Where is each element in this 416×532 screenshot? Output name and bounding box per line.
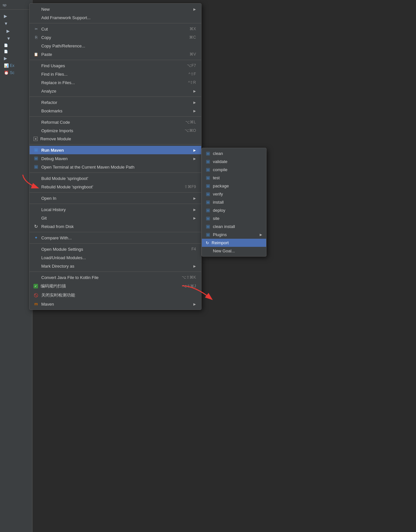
menu-item-replace-in-files[interactable]: Replace in Files... ^⇧R bbox=[30, 78, 201, 87]
menu-item-find-in-files[interactable]: Find in Files... ^⇧F bbox=[30, 70, 201, 78]
sidebar-item-3[interactable]: ▶ bbox=[1, 27, 31, 35]
menu-item-new[interactable]: New ▶ bbox=[30, 5, 201, 13]
menu-item-add-framework[interactable]: Add Framework Support... bbox=[30, 13, 201, 22]
sidebar-item-2[interactable]: ▼ bbox=[1, 20, 31, 27]
sidebar-item-1[interactable]: ▶ bbox=[1, 12, 31, 20]
menu-item-local-history-label: Local History bbox=[41, 207, 66, 212]
menu-item-open-module-settings[interactable]: Open Module Settings F4 bbox=[30, 245, 201, 253]
svg-text:M: M bbox=[207, 234, 209, 236]
menu-item-convert-java[interactable]: Convert Java File to Kotlin File ⌥⇧⌘K bbox=[30, 273, 201, 282]
svg-text:M: M bbox=[207, 209, 209, 212]
folder-icon4: ▼ bbox=[6, 36, 11, 41]
project-label: sp bbox=[3, 3, 6, 7]
separator-9 bbox=[30, 232, 201, 232]
refactor-icon bbox=[33, 100, 39, 105]
maven-test-icon: M bbox=[206, 176, 210, 180]
submenu-item-compile[interactable]: M compile bbox=[202, 166, 266, 174]
sidebar-item-4[interactable]: ▼ bbox=[1, 35, 31, 42]
submenu-item-clean[interactable]: M clean bbox=[202, 149, 266, 158]
menu-item-maven[interactable]: m Maven ▶ bbox=[30, 300, 201, 308]
submenu-item-clean-install[interactable]: M clean install bbox=[202, 222, 266, 231]
submenu-item-new-goal[interactable]: New Goal... bbox=[202, 247, 266, 255]
submenu-item-verify[interactable]: M verify bbox=[202, 190, 266, 198]
menu-item-open-terminal[interactable]: M Open Terminal at the Current Maven Mod… bbox=[30, 163, 201, 171]
menu-item-refactor[interactable]: Refactor ▶ bbox=[30, 98, 201, 107]
submenu-item-site[interactable]: M site bbox=[202, 214, 266, 222]
menu-item-compare-with[interactable]: ✦ Compare With... bbox=[30, 234, 201, 242]
menu-item-close-detection-label: 关闭实时检测功能 bbox=[41, 292, 75, 298]
menu-item-rebuild-module[interactable]: Rebuild Module 'springboot' ⇧⌘F9 bbox=[30, 183, 201, 191]
menu-item-debug-maven[interactable]: M Debug Maven ▶ bbox=[30, 154, 201, 163]
separator-6 bbox=[30, 172, 201, 173]
submenu-item-install[interactable]: M install bbox=[202, 198, 266, 206]
svg-text:M: M bbox=[207, 177, 209, 180]
folder-icon2: ▼ bbox=[4, 21, 8, 26]
menu-item-cut-label: Cut bbox=[41, 27, 48, 32]
local-history-icon bbox=[33, 207, 39, 212]
menu-item-code-scan[interactable]: ✓ 编码规约扫描 ⌥⇧⌘J bbox=[30, 282, 201, 291]
submenu-item-validate[interactable]: M validate bbox=[202, 158, 266, 166]
submenu-item-plugins[interactable]: M Plugins ▶ bbox=[202, 231, 266, 239]
menu-item-close-detection[interactable]: 🚫 关闭实时检测功能 bbox=[30, 291, 201, 300]
submenu-item-reimport[interactable]: ↻ Reimport bbox=[202, 239, 266, 247]
submenu-item-validate-label: validate bbox=[213, 159, 228, 164]
menu-item-optimize-imports[interactable]: Optimize Imports ⌥⌘O bbox=[30, 126, 201, 135]
menu-item-run-maven[interactable]: M Run Maven ▶ bbox=[30, 146, 201, 154]
maven-verify-icon: M bbox=[206, 192, 210, 196]
reimport-cycle-icon: ↻ bbox=[206, 241, 209, 245]
menu-item-open-terminal-label: Open Terminal at the Current Maven Modul… bbox=[41, 165, 135, 170]
menu-item-local-history[interactable]: Local History ▶ bbox=[30, 205, 201, 214]
maven-install-icon: M bbox=[206, 200, 210, 205]
sidebar-item-5[interactable]: ▶ bbox=[1, 55, 31, 62]
menu-item-mark-directory[interactable]: Mark Directory as ▶ bbox=[30, 262, 201, 270]
new-arrow: ▶ bbox=[193, 7, 196, 11]
replace-in-files-shortcut: ^⇧R bbox=[188, 80, 196, 85]
find-usages-icon bbox=[33, 63, 39, 68]
submenu-item-package[interactable]: M package bbox=[202, 182, 266, 190]
sidebar-xml-item[interactable]: 📄 bbox=[1, 42, 31, 48]
maven-validate-icon: M bbox=[206, 159, 210, 164]
convert-java-icon bbox=[33, 275, 39, 280]
menu-item-load-unload[interactable]: Load/Unload Modules... bbox=[30, 253, 201, 262]
optimize-icon bbox=[33, 128, 39, 133]
menu-item-reformat-code[interactable]: Reformat Code ⌥⌘L bbox=[30, 118, 201, 126]
separator-5 bbox=[30, 144, 201, 145]
submenu-item-deploy[interactable]: M deploy bbox=[202, 206, 266, 214]
menu-item-remove-module[interactable]: ✕ Remove Module bbox=[30, 135, 201, 143]
reformat-code-shortcut: ⌥⌘L bbox=[185, 120, 196, 124]
menu-item-find-usages[interactable]: Find Usages ⌥F7 bbox=[30, 61, 201, 70]
git-arrow: ▶ bbox=[193, 216, 196, 220]
sidebar-stats[interactable]: 📊 Ex bbox=[1, 62, 31, 69]
menu-item-mark-directory-label: Mark Directory as bbox=[41, 264, 74, 269]
menu-item-bookmarks[interactable]: Bookmarks ▶ bbox=[30, 107, 201, 115]
separator-1 bbox=[30, 23, 201, 23]
maven-bottom-icon: m bbox=[33, 301, 39, 307]
submenu-item-test[interactable]: M test bbox=[202, 174, 266, 182]
menu-item-debug-maven-label: Debug Maven bbox=[41, 156, 68, 161]
sidebar-md-item[interactable]: 📄 bbox=[1, 48, 31, 55]
remove-module-icon: ✕ bbox=[33, 137, 38, 141]
separator-4 bbox=[30, 116, 201, 117]
rebuild-module-shortcut: ⇧⌘F9 bbox=[184, 184, 196, 189]
menu-item-open-in[interactable]: Open In ▶ bbox=[30, 194, 201, 202]
menu-item-copy-path[interactable]: Copy Path/Reference... bbox=[30, 42, 201, 50]
svg-text:M: M bbox=[207, 160, 209, 163]
menu-item-cut[interactable]: ✂ Cut ⌘X bbox=[30, 25, 201, 33]
menu-item-copy[interactable]: ⎘ Copy ⌘C bbox=[30, 33, 201, 42]
folder-icon: ▶ bbox=[4, 14, 7, 19]
maven-deploy-icon: M bbox=[206, 208, 210, 213]
menu-item-reload-from-disk[interactable]: ↻ Reload from Disk bbox=[30, 222, 201, 231]
menu-item-analyze[interactable]: Analyze ▶ bbox=[30, 87, 201, 95]
menu-item-git[interactable]: Git ▶ bbox=[30, 214, 201, 222]
menu-item-paste[interactable]: 📋 Paste ⌘V bbox=[30, 50, 201, 58]
menu-item-new-label: New bbox=[41, 7, 50, 12]
find-in-files-shortcut: ^⇧F bbox=[188, 72, 196, 76]
submenu-item-reimport-label: Reimport bbox=[212, 240, 229, 245]
sidebar-sc[interactable]: ⏰ Sc bbox=[1, 69, 31, 76]
code-scan-icon: ✓ bbox=[33, 284, 38, 288]
menu-item-build-module[interactable]: Build Module 'springboot' bbox=[30, 174, 201, 183]
menu-item-run-maven-label: Run Maven bbox=[41, 148, 64, 153]
build-module-icon bbox=[33, 176, 39, 181]
svg-text:M: M bbox=[207, 185, 209, 188]
menu-item-copy-label: Copy bbox=[41, 35, 51, 40]
